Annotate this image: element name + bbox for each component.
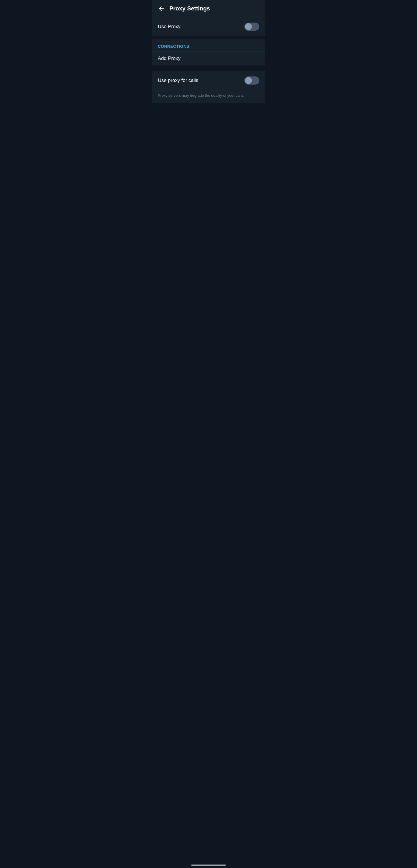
header: Proxy Settings xyxy=(152,0,265,18)
connections-section: Connections Add Proxy xyxy=(152,39,265,65)
connections-header: Connections xyxy=(152,39,265,51)
add-proxy-row[interactable]: Add Proxy xyxy=(152,51,265,65)
use-proxy-label: Use Proxy xyxy=(158,24,181,30)
divider-1 xyxy=(152,36,265,39)
use-proxy-toggle[interactable] xyxy=(245,23,259,31)
use-proxy-row[interactable]: Use Proxy xyxy=(152,18,265,36)
use-proxy-calls-toggle[interactable] xyxy=(245,76,259,85)
proxy-calls-hint: Proxy servers may degrade the quality of… xyxy=(152,90,265,103)
use-proxy-toggle-knob xyxy=(245,23,252,30)
use-proxy-calls-section: Use proxy for calls Proxy servers may de… xyxy=(152,71,265,103)
add-proxy-label: Add Proxy xyxy=(158,56,181,61)
use-proxy-calls-row[interactable]: Use proxy for calls xyxy=(152,71,265,90)
use-proxy-calls-label: Use proxy for calls xyxy=(158,78,198,84)
page-title: Proxy Settings xyxy=(169,5,210,12)
use-proxy-calls-toggle-knob xyxy=(245,77,252,84)
back-button[interactable] xyxy=(158,5,165,12)
hint-text: Proxy servers may degrade the quality of… xyxy=(158,93,244,98)
back-icon xyxy=(158,5,165,12)
divider-2 xyxy=(152,65,265,68)
connections-title: Connections xyxy=(158,44,189,49)
